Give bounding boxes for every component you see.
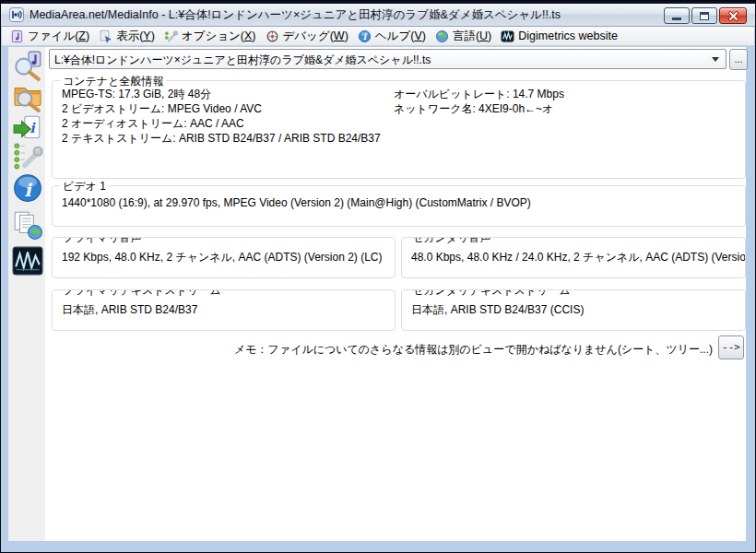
main-panel: L:¥合体!ロンドンハーツ×ジュニアと田村淳のラブ婚&ダメ婚スペシャル!!.ts…	[45, 47, 746, 541]
groupbox-audio-primary-title: プライマリ音声	[60, 237, 144, 246]
menu-help-label: ヘルプ(V)	[375, 29, 426, 44]
maximize-icon	[700, 12, 709, 20]
help-icon: i	[358, 29, 372, 43]
file-path-combobox[interactable]: L:¥合体!ロンドンハーツ×ジュニアと田村淳のラブ婚&ダメ婚スペシャル!!.ts	[49, 49, 726, 69]
menu-language-label: 言語(U)	[453, 29, 491, 44]
menu-debug-label: デバッグ(W)	[283, 29, 348, 44]
info-icon[interactable]: i	[12, 172, 43, 204]
groupbox-text-primary-title: プライマリテキストストリーム	[60, 289, 224, 299]
text-secondary-line: 日本語, ARIB STD B24/B37 (CCIS)	[411, 302, 584, 317]
mediainfo-window: MediaArea.net/MediaInfo - L:¥合体!ロンドンハーツ×…	[0, 0, 756, 553]
window-title: MediaArea.net/MediaInfo - L:¥合体!ロンドンハーツ×…	[30, 4, 561, 27]
container-line-bitrate: オーバルビットレート: 14.7 Mbps	[394, 87, 564, 101]
open-file-icon[interactable]	[12, 50, 43, 81]
file-path-value: L:¥合体!ロンドンハーツ×ジュニアと田村淳のラブ婚&ダメ婚スペシャル!!.ts	[54, 53, 705, 68]
toolbar-sidebar: i i	[8, 47, 45, 541]
groupbox-audio-secondary: セカンダリ音声 48.0 Kbps, 48.0 KHz / 24.0 KHz, …	[401, 237, 746, 278]
menubar: ファイル(Z) 表示(Y) オプション(X)	[2, 27, 754, 46]
minimize-button[interactable]	[664, 7, 690, 24]
language-icon	[435, 29, 449, 43]
debug-icon	[266, 29, 279, 43]
groupbox-text-secondary: セカンダリテキストストリーム 日本語, ARIB STD B24/B37 (CC…	[401, 289, 746, 331]
menu-digimetrics-website[interactable]: Digimetrics website	[497, 29, 623, 44]
titlebar: MediaArea.net/MediaInfo - L:¥合体!ロンドンハーツ×…	[1, 4, 755, 27]
menu-view-label: 表示(Y)	[116, 29, 155, 44]
groupbox-text-primary: プライマリテキストストリーム 日本語, ARIB STD B24/B37	[52, 289, 396, 331]
container-line-audio: 2 オーディオストリーム: AAC / AAC	[62, 116, 244, 131]
file-icon	[10, 29, 24, 43]
menu-options-label: オプション(X)	[182, 29, 256, 44]
view-icon	[99, 29, 112, 43]
digimetrics-icon	[501, 29, 514, 43]
groupbox-video: ビデオ 1 1440*1080 (16:9), at 29.970 fps, M…	[52, 185, 746, 227]
video-stream-line: 1440*1080 (16:9), at 29.970 fps, MPEG Vi…	[62, 195, 531, 210]
browse-button[interactable]: ...	[729, 49, 748, 70]
container-line-video: 2 ビデオストリーム: MPEG Video / AVC	[62, 101, 262, 116]
text-primary-line: 日本語, ARIB STD B24/B37	[62, 302, 197, 317]
groupbox-container-info: コンテナと全般情報 MPEG-TS: 17.3 GiB, 2時 48分 2 ビデ…	[52, 80, 746, 179]
settings-wrench-icon[interactable]	[12, 140, 43, 171]
maximize-button[interactable]	[691, 7, 717, 24]
menu-view[interactable]: 表示(Y)	[95, 28, 160, 45]
groupbox-text-secondary-title: セカンダリテキストストリーム	[409, 289, 573, 299]
container-line-text: 2 テキストストリーム: ARIB STD B24/B37 / ARIB STD…	[62, 131, 381, 146]
window-controls	[664, 7, 747, 24]
groupbox-video-title: ビデオ 1	[60, 179, 109, 194]
menu-help[interactable]: i ヘルプ(V)	[354, 28, 431, 45]
menu-options[interactable]: オプション(X)	[160, 28, 262, 45]
open-other-view-button[interactable]: -->	[718, 335, 744, 359]
close-button[interactable]	[719, 7, 747, 24]
menu-file[interactable]: ファイル(Z)	[6, 28, 95, 45]
menu-language[interactable]: 言語(U)	[431, 28, 497, 45]
container-line-format: MPEG-TS: 17.3 GiB, 2時 48分	[62, 87, 211, 101]
minimize-icon	[672, 18, 681, 20]
chevron-down-icon[interactable]	[712, 57, 719, 62]
menu-digimetrics-label: Digimetrics website	[518, 29, 618, 42]
menu-debug[interactable]: デバッグ(W)	[262, 28, 354, 45]
audio-primary-line: 192 Kbps, 48.0 KHz, 2 チャンネル, AAC (ADTS) …	[62, 250, 383, 265]
menu-file-label: ファイル(Z)	[28, 29, 89, 44]
groupbox-audio-secondary-title: セカンダリ音声	[409, 237, 493, 246]
digimetrics-waveform-icon[interactable]	[12, 244, 43, 277]
memo-note: メモ：ファイルについてのさらなる情報は別のビューで開かねばなりません(シート、ツ…	[234, 342, 713, 358]
mediainfo-speaker-icon	[9, 7, 24, 22]
options-icon	[164, 29, 178, 43]
open-folder-icon[interactable]	[12, 81, 43, 112]
about-pages-globe-icon[interactable]	[12, 209, 43, 241]
container-line-network: ネットワーク名: 4XEI9-0h←~オ	[394, 101, 553, 116]
audio-secondary-line: 48.0 Kbps, 48.0 KHz / 24.0 KHz, 2 チャンネル,…	[411, 250, 746, 265]
groupbox-audio-primary: プライマリ音声 192 Kbps, 48.0 KHz, 2 チャンネル, AAC…	[52, 237, 396, 278]
close-icon	[727, 11, 739, 21]
